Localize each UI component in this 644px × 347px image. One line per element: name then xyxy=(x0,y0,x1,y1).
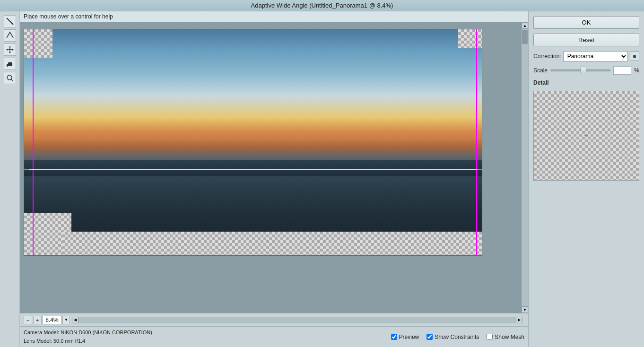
zoom-in-button[interactable]: + xyxy=(33,316,42,324)
constraint-tool-button[interactable] xyxy=(4,15,16,27)
horizontal-scrollbar[interactable]: ◀ ▶ xyxy=(72,317,522,323)
show-constraints-checkbox-item[interactable]: Show Constraints xyxy=(426,334,479,340)
scale-slider-container[interactable] xyxy=(550,66,610,75)
svg-rect-11 xyxy=(7,64,8,67)
zoom-out-button[interactable]: − xyxy=(24,316,32,324)
footer-bar: Camera Model: NIKON D600 (NIKON CORPORAT… xyxy=(20,326,528,347)
camera-model-text: Camera Model: NIKON D600 (NIKON CORPORAT… xyxy=(24,329,152,337)
svg-rect-10 xyxy=(11,62,12,66)
camera-info: Camera Model: NIKON D600 (NIKON CORPORAT… xyxy=(24,329,152,345)
svg-marker-5 xyxy=(9,52,11,53)
city-layer xyxy=(24,139,482,176)
constraint-line-v-left xyxy=(33,29,34,255)
svg-rect-9 xyxy=(9,62,11,66)
show-mesh-label[interactable]: Show Mesh xyxy=(495,334,524,340)
show-constraints-checkbox[interactable] xyxy=(426,334,433,340)
svg-line-13 xyxy=(11,79,13,81)
correction-select[interactable]: Fisheye Perspective Auto Full Spherical … xyxy=(563,51,628,61)
scale-value-input[interactable]: 100 xyxy=(613,66,631,75)
scale-pct-label: % xyxy=(634,67,639,74)
preview-label[interactable]: Preview xyxy=(399,334,419,340)
correction-row: Correction: Fisheye Perspective Auto Ful… xyxy=(533,51,639,61)
right-panel: OK Reset Correction: Fisheye Perspective… xyxy=(528,11,644,347)
zoom-controls: − + 8.4% ▼ xyxy=(24,316,70,324)
left-toolbar xyxy=(0,11,20,347)
transparent-corner-tl xyxy=(24,29,52,58)
main-area: Place mouse over a control for help xyxy=(0,11,644,347)
scroll-track-horizontal[interactable] xyxy=(78,317,516,323)
scroll-down-arrow[interactable]: ▼ xyxy=(522,306,528,313)
show-mesh-checkbox-item[interactable]: Show Mesh xyxy=(487,334,524,340)
hand-tool-button[interactable] xyxy=(4,58,16,70)
canvas-inner[interactable] xyxy=(20,22,522,313)
constraint-line-h2 xyxy=(29,169,477,170)
svg-point-12 xyxy=(7,75,12,80)
move-tool-button[interactable] xyxy=(4,43,16,56)
scroll-thumb-vertical[interactable] xyxy=(522,30,528,44)
svg-marker-6 xyxy=(6,49,8,51)
show-constraints-label[interactable]: Show Constraints xyxy=(435,334,479,340)
ok-button[interactable]: OK xyxy=(533,16,639,29)
transparent-corner-bc xyxy=(62,232,482,255)
correction-extra-button[interactable]: ≡ xyxy=(630,52,639,61)
svg-marker-4 xyxy=(9,46,11,47)
panorama-frame xyxy=(24,29,482,256)
canvas-top-bar xyxy=(20,22,515,29)
scroll-right-arrow[interactable]: ▶ xyxy=(516,317,522,323)
zoom-dropdown-button[interactable]: ▼ xyxy=(62,316,70,324)
preview-checkbox-item[interactable]: Preview xyxy=(391,334,419,340)
polygon-tool-button[interactable] xyxy=(4,29,16,42)
scale-label: Scale xyxy=(533,67,548,74)
scale-thumb[interactable] xyxy=(581,67,586,74)
scroll-left-arrow[interactable]: ◀ xyxy=(72,317,78,323)
status-bar: − + 8.4% ▼ ◀ ▶ xyxy=(20,313,528,326)
preview-checkbox[interactable] xyxy=(391,334,397,340)
transparent-corner-tr xyxy=(458,29,482,48)
help-bar: Place mouse over a control for help xyxy=(20,11,528,22)
show-mesh-checkbox[interactable] xyxy=(487,334,493,340)
zoom-value-display: 8.4% xyxy=(43,316,61,324)
scroll-up-arrow[interactable]: ▲ xyxy=(522,22,528,29)
svg-rect-8 xyxy=(8,62,9,66)
checkbox-group: Preview Show Constraints Show Mesh xyxy=(391,334,524,340)
title-bar: Adaptive Wide Angle (Untitled_Panorama1 … xyxy=(0,0,644,11)
reset-button[interactable]: Reset xyxy=(533,34,639,46)
lens-model-text: Lens Model: 50.0 mm f/1.4 xyxy=(24,337,152,346)
constraint-line-v-right xyxy=(476,29,477,255)
correction-label: Correction: xyxy=(533,53,561,60)
scale-row: Scale 100 % xyxy=(533,66,639,75)
title-text: Adaptive Wide Angle (Untitled_Panorama1 … xyxy=(251,2,393,9)
detail-section-label: Detail xyxy=(533,79,639,86)
detail-preview xyxy=(533,91,639,181)
canvas-container: Place mouse over a control for help xyxy=(20,11,528,347)
zoom-tool-button[interactable] xyxy=(4,72,16,84)
vertical-scrollbar[interactable]: ▲ ▼ xyxy=(522,22,528,313)
scale-track xyxy=(550,69,610,71)
svg-marker-7 xyxy=(12,49,14,51)
scroll-track-vertical[interactable] xyxy=(522,29,528,306)
detail-crosshair xyxy=(584,131,588,140)
